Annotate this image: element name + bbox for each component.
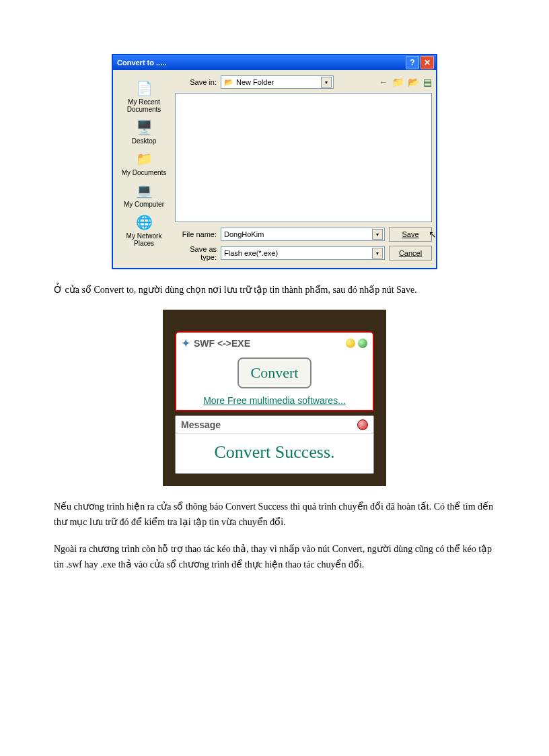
paragraph-3: Ngoài ra chương trình còn hỗ trợ thao tá… bbox=[54, 542, 495, 572]
save-in-value: New Folder bbox=[233, 78, 321, 86]
help-button[interactable]: ? bbox=[406, 56, 419, 69]
mydocuments-icon: 📁 bbox=[134, 150, 154, 168]
folder-icon: 📂 bbox=[224, 78, 233, 87]
chevron-down-icon: ▾ bbox=[372, 248, 383, 259]
chevron-down-icon: ▾ bbox=[372, 229, 383, 240]
dialog-titlebar: Convert to ..... ? ✕ bbox=[113, 55, 436, 70]
save-button[interactable]: Save ↖ bbox=[389, 227, 432, 242]
message-title: Message bbox=[181, 419, 221, 430]
message-window: Message Convert Success. bbox=[175, 415, 374, 474]
up-folder-icon[interactable]: 📁 bbox=[392, 77, 404, 88]
views-icon[interactable]: ▤ bbox=[423, 77, 432, 88]
place-label: Desktop bbox=[132, 137, 157, 145]
convert-button[interactable]: Convert bbox=[237, 357, 312, 388]
more-softwares-link[interactable]: More Free multimedia softwares... bbox=[182, 394, 367, 406]
back-icon[interactable]: ← bbox=[379, 77, 388, 88]
place-label: My Documents bbox=[122, 169, 167, 176]
place-label: My Computer bbox=[124, 201, 164, 208]
close-button[interactable]: ✕ bbox=[420, 56, 434, 69]
file-list-area[interactable] bbox=[175, 93, 432, 222]
place-label: My Network Places bbox=[117, 232, 171, 247]
recent-docs-icon: 📄 bbox=[134, 79, 154, 97]
place-label: My Recent Documents bbox=[117, 98, 171, 113]
place-mydocs[interactable]: 📁 My Documents bbox=[117, 149, 171, 178]
desktop-icon: 🖥️ bbox=[134, 118, 154, 136]
places-bar: 📄 My Recent Documents 🖥️ Desktop 📁 My Do… bbox=[117, 74, 171, 264]
save-in-combo[interactable]: 📂 New Folder ▾ bbox=[221, 75, 334, 89]
swf-screenshot: ✦ SWF <->EXE Convert More Free multimedi… bbox=[54, 310, 495, 486]
dialog-title: Convert to ..... bbox=[117, 59, 166, 67]
app-icon: ✦ bbox=[182, 337, 190, 349]
minimize-icon[interactable] bbox=[346, 339, 355, 348]
save-as-type-combo[interactable]: Flash exe(*.exe) ▾ bbox=[221, 246, 385, 260]
place-mycomputer[interactable]: 💻 My Computer bbox=[117, 180, 171, 209]
save-as-type-value: Flash exe(*.exe) bbox=[224, 249, 278, 257]
place-recent[interactable]: 📄 My Recent Documents bbox=[117, 78, 171, 114]
network-icon: 🌐 bbox=[134, 213, 154, 231]
dialog-toolbar: ← 📁 📂 ▤ bbox=[379, 77, 432, 88]
place-desktop[interactable]: 🖥️ Desktop bbox=[117, 117, 171, 146]
swf-title: SWF <->EXE bbox=[194, 338, 250, 349]
save-as-type-label: Save as type: bbox=[175, 245, 217, 261]
place-network[interactable]: 🌐 My Network Places bbox=[117, 212, 171, 248]
save-in-label: Save in: bbox=[175, 78, 217, 86]
window-controls bbox=[346, 339, 367, 348]
save-dialog: Convert to ..... ? ✕ 📄 My Recent Documen… bbox=[112, 54, 437, 269]
paragraph-1: Ở cửa sổ Convert to, người dùng chọn nơi… bbox=[54, 283, 495, 298]
close-icon[interactable] bbox=[357, 419, 368, 430]
cancel-button[interactable]: Cancel bbox=[389, 246, 432, 261]
titlebar-buttons: ? ✕ bbox=[406, 56, 434, 69]
mycomputer-icon: 💻 bbox=[134, 182, 154, 199]
chevron-down-icon: ▾ bbox=[321, 77, 332, 88]
new-folder-icon[interactable]: 📂 bbox=[408, 77, 419, 88]
swf-window: ✦ SWF <->EXE Convert More Free multimedi… bbox=[175, 331, 374, 411]
cursor-icon: ↖ bbox=[429, 229, 437, 240]
file-name-value: DongHoKim bbox=[224, 230, 264, 238]
maximize-icon[interactable] bbox=[358, 339, 367, 348]
message-body: Convert Success. bbox=[176, 434, 373, 473]
paragraph-2: Nếu chương trình hiện ra cửa sổ thông bá… bbox=[54, 500, 495, 530]
file-name-label: File name: bbox=[175, 230, 217, 238]
file-name-input[interactable]: DongHoKim ▾ bbox=[221, 228, 385, 241]
save-dialog-screenshot: Convert to ..... ? ✕ 📄 My Recent Documen… bbox=[54, 54, 495, 269]
